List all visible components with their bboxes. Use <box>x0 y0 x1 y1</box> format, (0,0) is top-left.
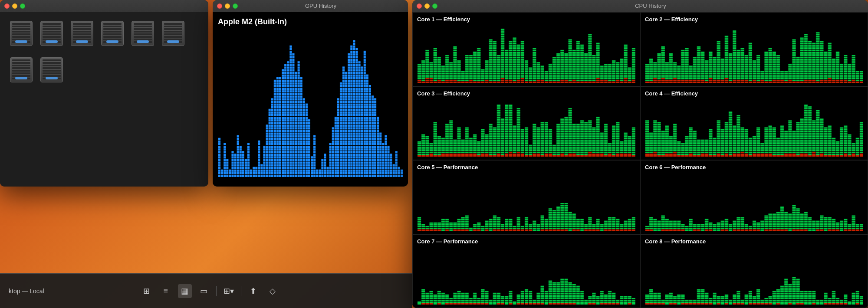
column-view-icon[interactable]: ▦ <box>178 284 192 298</box>
core-5-label: Core 5 — Performance <box>417 164 635 170</box>
drive-body <box>71 21 93 46</box>
drive-slot <box>164 23 182 25</box>
drive-slot <box>103 31 122 33</box>
drive-slot <box>12 65 30 66</box>
drive-slot <box>103 33 122 35</box>
close-button[interactable] <box>4 3 10 9</box>
drive-slot <box>164 36 182 38</box>
gallery-view-icon[interactable]: ▭ <box>197 284 211 298</box>
core-2-chart <box>645 24 863 83</box>
drive-icon[interactable] <box>100 21 125 52</box>
drive-slot <box>12 62 30 64</box>
drive-icon[interactable] <box>9 57 34 88</box>
cpu-titlebar: CPU History <box>412 0 868 12</box>
drive-icon[interactable] <box>69 21 95 52</box>
maximize-button[interactable] <box>20 3 25 9</box>
drive-slot <box>43 59 61 61</box>
apps-icon[interactable]: ⊞▾ <box>222 284 236 298</box>
drive-slot <box>43 62 61 64</box>
minimize-button[interactable] <box>12 3 17 9</box>
core-8-chart <box>645 246 863 305</box>
drive-slot <box>43 31 61 33</box>
drive-slot <box>43 28 61 30</box>
drive-slot <box>12 36 30 38</box>
drive-slot <box>43 26 61 27</box>
core-7-chart <box>417 246 635 305</box>
gpu-close-button[interactable] <box>217 3 222 9</box>
list-view-icon[interactable]: ≡ <box>159 284 173 298</box>
gpu-window-title: GPU History <box>238 3 404 9</box>
taskbar-label: ktop — Local <box>9 288 44 295</box>
drive-slot <box>43 72 61 74</box>
drive-icon[interactable] <box>39 57 64 88</box>
drive-slot <box>164 28 182 30</box>
drive-slot <box>103 36 122 38</box>
drive-slot <box>12 31 30 33</box>
taskbar: ktop — Local ⊞ ≡ ▦ ▭ ⊞▾ ⬆ ◇ <box>0 273 412 308</box>
drive-indicator <box>15 77 27 79</box>
drive-slot <box>134 33 152 35</box>
gpu-history-window: GPU History Apple M2 (Built-In) <box>213 0 408 187</box>
core-7-label: Core 7 — Performance <box>417 238 635 245</box>
core-8-label: Core 8 — Performance <box>645 238 863 245</box>
drive-body <box>132 21 154 46</box>
finder-content <box>0 12 208 187</box>
cpu-core-3: Core 3 — Efficiency <box>412 86 640 161</box>
share-icon[interactable]: ⬆ <box>247 284 260 298</box>
cpu-maximize-button[interactable] <box>432 3 437 9</box>
drive-slot <box>12 23 30 25</box>
drive-slot <box>164 26 182 27</box>
grid-view-icon[interactable]: ⊞ <box>140 284 154 298</box>
drive-slot <box>103 26 122 27</box>
core-4-label: Core 4 — Efficiency <box>645 90 863 97</box>
cpu-core-6: Core 6 — Performance <box>640 160 868 234</box>
cpu-core-8: Core 8 — Performance <box>640 234 868 308</box>
cpu-cores-grid: Core 1 — EfficiencyCore 2 — EfficiencyCo… <box>412 12 868 308</box>
drive-slot <box>12 67 30 69</box>
drive-indicator <box>106 40 118 43</box>
cpu-minimize-button[interactable] <box>424 3 430 9</box>
gpu-content: Apple M2 (Built-In) <box>213 12 408 187</box>
gpu-name-label: Apple M2 (Built-In) <box>218 17 403 26</box>
drive-icon[interactable] <box>130 21 155 52</box>
core-5-chart <box>417 172 635 231</box>
taskbar-icons: ⊞ ≡ ▦ ▭ ⊞▾ ⬆ ◇ <box>140 284 279 298</box>
core-3-chart <box>417 98 635 157</box>
cpu-core-7: Core 7 — Performance <box>412 234 640 308</box>
core-3-label: Core 3 — Efficiency <box>417 90 635 97</box>
drive-body <box>10 21 33 46</box>
drive-body <box>101 21 124 46</box>
drive-slot <box>134 26 152 27</box>
drive-indicator <box>46 40 58 43</box>
drive-icon[interactable] <box>161 21 186 52</box>
gpu-traffic-lights <box>217 3 238 9</box>
drive-body <box>10 57 33 82</box>
finder-window <box>0 0 208 187</box>
cpu-core-2: Core 2 — Efficiency <box>640 12 868 86</box>
drive-indicator <box>167 40 179 43</box>
gpu-chart-canvas <box>218 30 403 177</box>
drive-slot <box>164 31 182 33</box>
cpu-close-button[interactable] <box>417 3 422 9</box>
drive-slot <box>73 26 91 27</box>
drive-body <box>40 21 63 46</box>
drive-slot <box>12 70 30 72</box>
drive-slot <box>134 31 152 33</box>
tag-icon[interactable]: ◇ <box>266 284 279 298</box>
drive-slot <box>43 67 61 69</box>
drive-slot <box>73 33 91 35</box>
drive-icon[interactable] <box>9 21 34 52</box>
drive-slot <box>134 36 152 38</box>
gpu-minimize-button[interactable] <box>225 3 230 9</box>
drive-slot <box>164 33 182 35</box>
cpu-window-title: CPU History <box>437 3 864 9</box>
core-6-label: Core 6 — Performance <box>645 164 863 170</box>
drive-body <box>162 21 184 46</box>
drive-slot <box>134 23 152 25</box>
gpu-maximize-button[interactable] <box>233 3 238 9</box>
drive-icon[interactable] <box>39 21 64 52</box>
drive-slot <box>134 28 152 30</box>
core-6-chart <box>645 172 863 231</box>
drive-slot <box>12 33 30 35</box>
drive-slot <box>103 28 122 30</box>
